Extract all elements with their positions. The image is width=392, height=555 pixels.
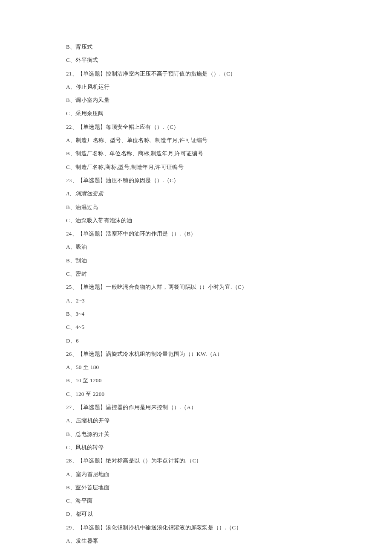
text-line: B、背压式 (66, 43, 326, 52)
text-line: A、吸油 (66, 243, 326, 252)
text-line: C、制造厂名称,商标,型号,制造年月,许可证编号 (66, 163, 326, 172)
text-line: A、50 至 180 (66, 363, 326, 372)
text-line: C、4~5 (66, 323, 326, 332)
text-line: A、压缩机的开停 (66, 416, 326, 425)
text-line: C、风机的转停 (66, 443, 326, 452)
text-line: 22、【单选题】每顶安全帽上应有（）.（C） (66, 123, 326, 132)
text-line: C、油泵吸入带有泡沫的油 (66, 216, 326, 225)
text-line: A、2~3 (66, 296, 326, 305)
text-line: C、外平衡式 (66, 56, 326, 65)
text-line: C、120 至 2200 (66, 390, 326, 399)
text-line: A、停止风机运行 (66, 83, 326, 92)
text-line: A、发生器泵 (66, 537, 326, 546)
text-line: B、油温过高 (66, 203, 326, 212)
text-line: 21、【单选题】控制洁净室内正压不高于预订值的措施是（）.（C） (66, 70, 326, 78)
text-line: A、润滑油变质 (66, 189, 326, 198)
text-line: 28、【单选题】绝对标高是以（）为零点计算的.（C） (66, 456, 326, 465)
text-line: B、总电源的开关 (66, 430, 326, 439)
text-line: B、刮油 (66, 256, 326, 265)
text-line: A、制造厂名称、型号、单位名称、制造年月,许可证编号 (66, 136, 326, 145)
text-line: D、都可以 (66, 510, 326, 519)
text-line: C、密封 (66, 270, 326, 279)
text-line: B、3~4 (66, 310, 326, 319)
document-page: B、背压式C、外平衡式21、【单选题】控制洁净室内正压不高于预订值的措施是（）.… (0, 0, 392, 555)
text-line: B、10 至 1200 (66, 376, 326, 385)
text-line: C、采用余压阀 (66, 109, 326, 118)
text-line: A、室内首层地面 (66, 470, 326, 479)
text-line: B、室外首层地面 (66, 483, 326, 492)
text-line: 29、【单选题】溴化锂制冷机中输送溴化锂溶液的屏蔽泵是（）.（C） (66, 523, 326, 532)
text-line: 26、【单选题】涡旋式冷水机组的制冷量范围为（）KW.（A） (66, 350, 326, 359)
text-line: C、海平面 (66, 497, 326, 506)
text-line: 27、【单选题】温控器的作用是用来控制（）.（A） (66, 403, 326, 412)
text-line: B、制造厂名称、单位名称、商标,制造年月,许可证编号 (66, 149, 326, 158)
text-line: D、6 (66, 337, 326, 346)
text-line: 24、【单选题】活塞环中的油环的作用是（）.（B） (66, 230, 326, 238)
text-line: B、调小室内风量 (66, 96, 326, 105)
text-line: 23、【单选题】油压不稳的原因是（）.（C） (66, 176, 326, 185)
text-line: 25、【单选题】一般吃混合食物的人群，两餐间隔以（）小时为宜.（C） (66, 283, 326, 292)
